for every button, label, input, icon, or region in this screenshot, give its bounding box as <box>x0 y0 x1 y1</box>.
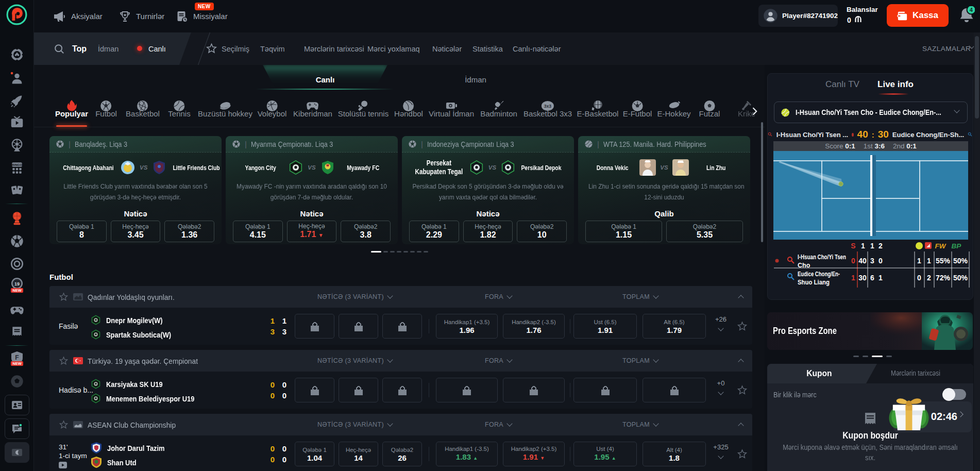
svg-text:Eudice Chong/En-: Eudice Chong/En- <box>798 271 840 278</box>
svg-text:1: 1 <box>878 274 883 282</box>
svg-text:BP: BP <box>952 242 962 250</box>
svg-text:0: 0 <box>917 274 921 282</box>
svg-text:1: 1 <box>861 242 865 250</box>
svg-text:40: 40 <box>858 257 867 265</box>
svg-text:3x3: 3x3 <box>544 104 551 109</box>
svg-text:Shuo Liang: Shuo Liang <box>798 279 830 286</box>
svg-text:0: 0 <box>851 257 855 265</box>
svg-text:I-Hsuan Cho/Yi Tsen: I-Hsuan Cho/Yi Tsen <box>798 254 846 261</box>
svg-text:F: F <box>15 354 19 361</box>
svg-text:1: 1 <box>870 242 874 250</box>
svg-text:55%: 55% <box>936 257 951 265</box>
svg-text:2: 2 <box>878 242 883 250</box>
svg-text:72%: 72% <box>936 274 951 282</box>
svg-text:NEW: NEW <box>12 288 22 293</box>
svg-text:50%: 50% <box>953 257 968 265</box>
svg-text:1: 1 <box>917 257 921 265</box>
svg-text:6: 6 <box>870 274 874 282</box>
svg-text:30: 30 <box>858 274 867 282</box>
svg-text:S: S <box>851 242 855 250</box>
svg-text:Cho: Cho <box>798 262 810 269</box>
svg-text:19: 19 <box>14 281 19 287</box>
svg-text:NEW: NEW <box>12 361 22 366</box>
svg-text:3: 3 <box>870 257 874 265</box>
svg-text:0: 0 <box>878 257 883 265</box>
svg-text:1: 1 <box>927 257 931 265</box>
svg-text:2: 2 <box>927 274 931 282</box>
svg-text:1: 1 <box>851 274 855 282</box>
svg-text:4: 4 <box>970 7 973 13</box>
svg-text:BINGO: BINGO <box>12 163 22 166</box>
svg-text:50%: 50% <box>953 274 968 282</box>
svg-text:FW: FW <box>935 242 947 250</box>
